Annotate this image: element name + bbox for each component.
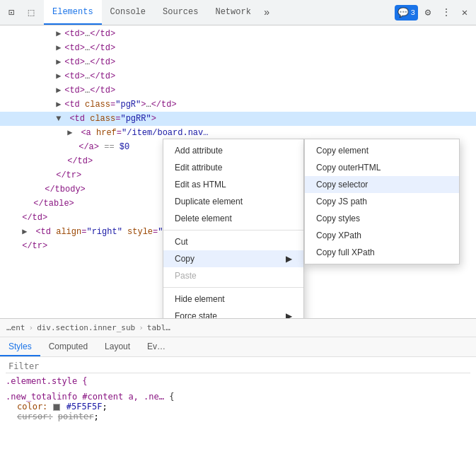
submenu-arrow-icon: ▶ bbox=[286, 254, 292, 264]
panel-tabs: Styles Computed Layout Ev… bbox=[0, 337, 476, 357]
close-button[interactable]: ✕ bbox=[456, 4, 473, 21]
submenu-copy-outerhtml[interactable]: Copy outerHTML bbox=[305, 159, 459, 176]
ctx-divider-2 bbox=[163, 287, 303, 288]
element-style-selector: .element.style { bbox=[6, 376, 88, 386]
panel-tab-layout[interactable]: Layout bbox=[96, 337, 139, 356]
tabs: Elements Console Sources Network » bbox=[44, 0, 274, 25]
submenu-copy-styles[interactable]: Copy styles bbox=[305, 210, 459, 227]
tab-right-controls: 💬 3 ⚙ ⋮ ✕ bbox=[395, 4, 473, 21]
ctx-duplicate[interactable]: Duplicate element bbox=[163, 193, 303, 210]
dom-line-selected[interactable]: ▼ <td class="pgRR"> bbox=[0, 112, 476, 126]
tab-sources[interactable]: Sources bbox=[154, 0, 207, 25]
ctx-divider-1 bbox=[163, 230, 303, 231]
css-prop: color: bbox=[17, 402, 47, 412]
submenu-copy-full-xpath[interactable]: Copy full XPath bbox=[305, 244, 459, 261]
tab-bar: ⊡ ⬚ Elements Console Sources Network » 💬… bbox=[0, 0, 476, 25]
breadcrumb-bar: …ent › div.section.inner_sub › tabl… bbox=[0, 319, 476, 337]
dom-line[interactable]: ▶<td>…</td> bbox=[0, 27, 476, 41]
ctx-copy[interactable]: Copy ▶ bbox=[163, 250, 303, 267]
ctx-edit-html[interactable]: Edit as HTML bbox=[163, 176, 303, 193]
color-swatch[interactable] bbox=[53, 404, 60, 411]
ctx-add-attribute[interactable]: Add attribute bbox=[163, 142, 303, 159]
chat-icon: 💬 bbox=[397, 7, 409, 18]
breadcrumb-item[interactable]: tabl… bbox=[145, 322, 173, 333]
styles-content: .element.style { .new_totalinfo #content… bbox=[0, 357, 476, 449]
main-area: ▶<td>…</td> ▶<td>…</td> ▶<td>…</td> ▶<td… bbox=[0, 25, 476, 318]
submenu-arrow-icon: ▶ bbox=[286, 311, 292, 318]
tab-more[interactable]: » bbox=[260, 0, 274, 25]
breadcrumb-item[interactable]: div.section.inner_sub bbox=[35, 322, 137, 333]
submenu-copy-element[interactable]: Copy element bbox=[305, 142, 459, 159]
ctx-edit-attribute[interactable]: Edit attribute bbox=[163, 159, 303, 176]
css-rule: .new_totalinfo #content a, .ne… { color:… bbox=[6, 392, 470, 421]
tab-console[interactable]: Console bbox=[102, 0, 154, 25]
ctx-delete[interactable]: Delete element bbox=[163, 210, 303, 227]
submenu-copy-xpath[interactable]: Copy XPath bbox=[305, 227, 459, 244]
submenu-copy-jspath[interactable]: Copy JS path bbox=[305, 193, 459, 210]
copy-submenu: Copy element Copy outerHTML Copy selecto… bbox=[304, 139, 460, 264]
tab-elements[interactable]: Elements bbox=[44, 0, 102, 25]
filter-input[interactable] bbox=[6, 360, 470, 373]
device-icon[interactable]: ⬚ bbox=[23, 4, 40, 21]
ctx-hide[interactable]: Hide element bbox=[163, 291, 303, 308]
panel-tab-styles[interactable]: Styles bbox=[0, 337, 40, 356]
panel-tab-computed[interactable]: Computed bbox=[40, 337, 96, 356]
css-selector: .new_totalinfo #content a, .ne… bbox=[6, 392, 164, 402]
settings-button[interactable]: ⚙ bbox=[419, 4, 436, 21]
more-button[interactable]: ⋮ bbox=[438, 4, 455, 21]
css-prop-strike: cursor: bbox=[17, 412, 53, 421]
dom-line[interactable]: ▶ <a href="/item/board.nav… bbox=[0, 126, 476, 140]
bottom-panel: …ent › div.section.inner_sub › tabl… Sty… bbox=[0, 318, 476, 449]
dom-line[interactable]: ▶<td>…</td> bbox=[0, 41, 476, 55]
context-menu: Add attribute Edit attribute Edit as HTM… bbox=[163, 139, 304, 318]
ctx-force-state[interactable]: Force state ▶ bbox=[163, 308, 303, 318]
tab-network[interactable]: Network bbox=[207, 0, 259, 25]
tab-bar-icons: ⊡ ⬚ bbox=[3, 4, 40, 21]
element-style-rule: .element.style { bbox=[6, 376, 470, 386]
dom-line[interactable]: ▶<td>…</td> bbox=[0, 55, 476, 69]
dom-line[interactable]: ▶<td>…</td> bbox=[0, 83, 476, 98]
css-value: #5F5F5F bbox=[66, 402, 103, 412]
ctx-paste: Paste bbox=[163, 267, 303, 284]
breadcrumb-item[interactable]: …ent bbox=[4, 322, 28, 333]
dom-line[interactable]: ▶<td class="pgR">…</td> bbox=[0, 98, 476, 112]
dom-panel: ▶<td>…</td> ▶<td>…</td> ▶<td>…</td> ▶<td… bbox=[0, 25, 476, 318]
panel-tab-ev[interactable]: Ev… bbox=[139, 337, 174, 356]
chat-badge[interactable]: 💬 3 bbox=[395, 5, 418, 21]
dom-line[interactable]: ▶<td>…</td> bbox=[0, 69, 476, 83]
ctx-cut[interactable]: Cut bbox=[163, 233, 303, 250]
submenu-copy-selector[interactable]: Copy selector bbox=[305, 176, 459, 193]
inspect-icon[interactable]: ⊡ bbox=[3, 4, 20, 21]
